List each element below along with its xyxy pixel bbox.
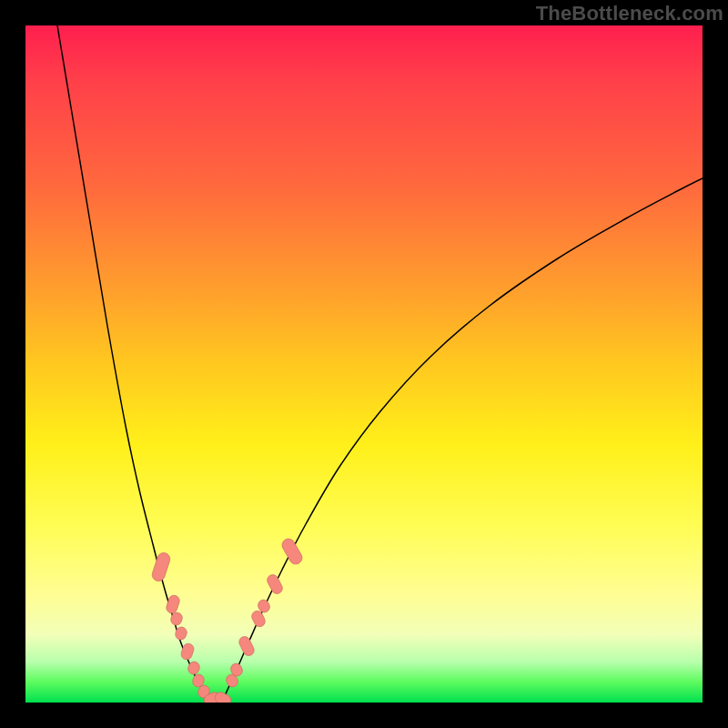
curve-left-branch	[57, 25, 211, 703]
marker-group	[150, 537, 304, 703]
curve-right-branch	[222, 178, 703, 703]
chart-frame: TheBottleneck.com	[0, 0, 728, 728]
data-marker	[150, 551, 171, 583]
data-marker	[266, 572, 285, 595]
data-marker	[279, 537, 304, 567]
watermark-text: TheBottleneck.com	[0, 2, 723, 25]
chart-svg	[25, 25, 703, 703]
plot-area	[25, 25, 703, 703]
data-marker	[238, 634, 256, 657]
